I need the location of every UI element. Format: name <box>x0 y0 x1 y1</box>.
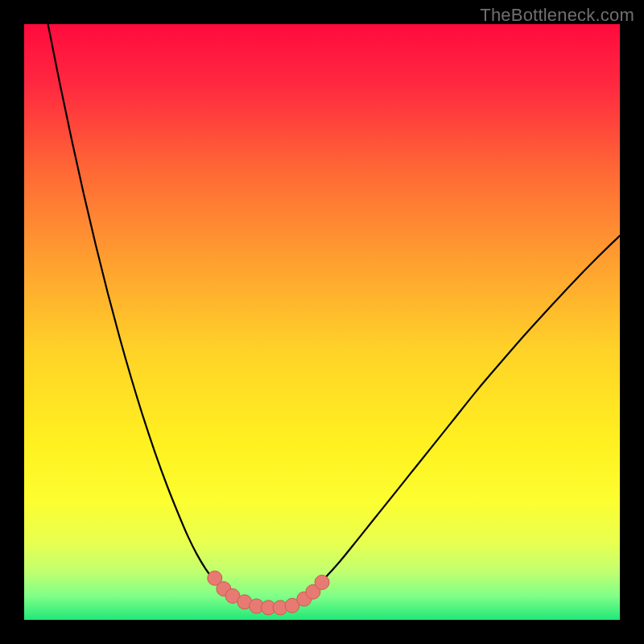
chart-svg <box>24 24 620 620</box>
marker-dot <box>315 575 329 589</box>
frame: TheBottleneck.com <box>0 0 644 644</box>
gradient-background <box>24 24 620 620</box>
plot-area <box>24 24 620 620</box>
watermark-text: TheBottleneck.com <box>480 5 634 26</box>
